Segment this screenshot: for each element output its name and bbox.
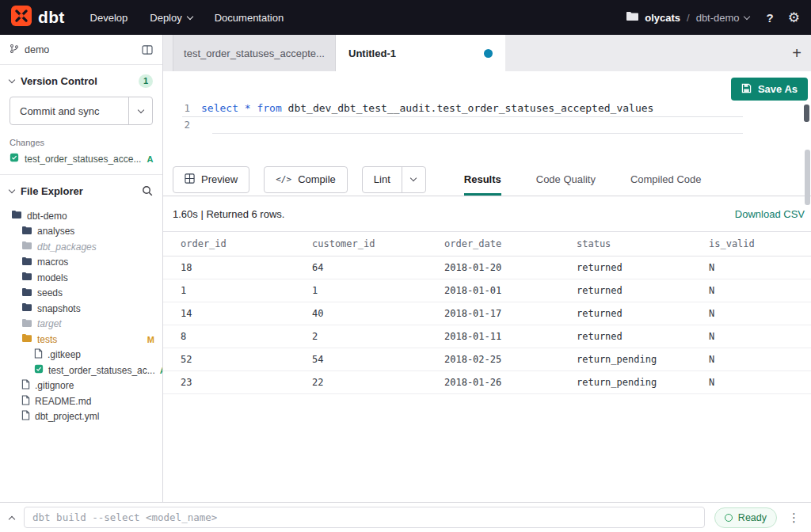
tree-item-dbt-project-yml[interactable]: dbt_project.yml (0, 409, 162, 425)
git-status-added: A (147, 154, 153, 164)
cell: N (691, 279, 811, 302)
nav-deploy[interactable]: Deploy (150, 12, 192, 24)
tree-item-gitkeep[interactable]: .gitkeep (0, 348, 162, 363)
commit-and-sync-label: Commit and sync (10, 97, 128, 124)
gear-icon[interactable]: ⚙ (788, 10, 800, 26)
tab-results[interactable]: Results (464, 163, 501, 196)
tree-item-dbt-demo[interactable]: dbt-demo (0, 208, 162, 224)
file-explorer-header[interactable]: File Explorer (0, 175, 162, 207)
cell: 52 (163, 348, 295, 371)
changed-file-item[interactable]: test_order_statuses_acce... A (0, 151, 162, 166)
cell: 2 (295, 325, 427, 348)
cell: 40 (295, 302, 427, 325)
column-header: order_id (163, 232, 295, 256)
account-name[interactable]: olycats (645, 12, 680, 24)
cell: 2018-01-20 (427, 256, 559, 279)
kebab-menu-icon[interactable]: ⋮ (786, 511, 801, 525)
tree-item-models[interactable]: models (0, 270, 162, 286)
nav-documentation[interactable]: Documentation (215, 12, 284, 24)
new-tab-button[interactable]: + (782, 44, 811, 63)
invocation-toolbar: Preview </> Compile Lint Results Code Qu… (163, 163, 811, 196)
column-header: is_valid (691, 232, 811, 256)
tab-untitled-1[interactable]: Untitled-1 (336, 35, 505, 71)
file-icon (34, 348, 43, 361)
tree-item-macros[interactable]: macros (0, 255, 162, 271)
lint-button[interactable]: Lint (363, 167, 402, 192)
cell: 1 (163, 279, 295, 302)
version-control-header[interactable]: Version Control 1 (0, 65, 162, 97)
preview-button[interactable]: Preview (173, 166, 249, 193)
code-editor[interactable]: Save As 1 select * from dbt_dev_dbt_test… (163, 71, 811, 163)
table-row: 8 2 2018-01-11 returned N (163, 325, 811, 348)
tab-code-quality[interactable]: Code Quality (536, 163, 596, 196)
chevron-down-icon (9, 76, 15, 82)
main-panel: test_order_statuses_accepte... Untitled-… (163, 35, 811, 502)
cell: returned (559, 279, 691, 302)
panel-scrollbar-thumb[interactable] (805, 150, 810, 205)
tree-item-readme[interactable]: README.md (0, 393, 162, 409)
cell: 22 (295, 371, 427, 394)
project-switcher[interactable]: dbt-demo (696, 12, 749, 24)
folder-icon (21, 287, 32, 299)
line-number: 2 (163, 116, 201, 133)
tree-item-seeds[interactable]: seeds (0, 286, 162, 302)
line-number: 1 (163, 100, 201, 116)
tree-item-test-order-statuses[interactable]: test_order_statuses_ac... A (0, 363, 162, 378)
search-icon[interactable] (142, 185, 153, 196)
tree-item-snapshots[interactable]: snapshots (0, 301, 162, 317)
path-separator: / (687, 12, 690, 24)
cell: 2018-01-17 (427, 302, 559, 325)
compile-button[interactable]: </> Compile (264, 166, 348, 193)
sql-statement: select * from dbt_dev_dbt_test__audit.te… (201, 100, 653, 116)
version-control-title: Version Control (21, 75, 97, 87)
chevron-down-icon (186, 13, 192, 19)
code-line-1: 1 select * from dbt_dev_dbt_test__audit.… (163, 100, 743, 116)
nav-develop[interactable]: Develop (90, 12, 128, 24)
file-explorer-title: File Explorer (21, 185, 83, 197)
tab-test-order-statuses[interactable]: test_order_statuses_accepte... (173, 35, 336, 71)
cell: N (691, 348, 811, 371)
folder-open-icon (11, 210, 22, 222)
command-bar: dbt build --select <model_name> Ready ⋮ (0, 502, 811, 532)
lint-split-button: Lint (362, 166, 426, 193)
folder-icon (21, 333, 32, 345)
table-row: 1 1 2018-01-01 returned N (163, 279, 811, 302)
download-csv-link[interactable]: Download CSV (735, 208, 806, 220)
cell: return_pending (559, 371, 691, 394)
tree-item-analyses[interactable]: analyses (0, 224, 162, 240)
collapse-panel-icon[interactable] (10, 514, 14, 522)
table-row: 18 64 2018-01-20 returned N (163, 256, 811, 279)
query-summary: 1.60s | Returned 6 rows. (173, 208, 284, 220)
cell: N (691, 371, 811, 394)
file-icon (21, 395, 30, 408)
workspace-body: demo Version Control 1 Commit and sync C… (0, 35, 811, 502)
commit-and-sync-button[interactable]: Commit and sync (10, 97, 153, 125)
tab-compiled-code[interactable]: Compiled Code (630, 163, 702, 196)
dbt-cloud-ide: dbt Develop Deploy Documentation olycats… (0, 0, 811, 532)
tree-item-target[interactable]: target (0, 317, 162, 332)
table-grid-icon (185, 173, 195, 186)
cell: 2018-01-01 (427, 279, 559, 302)
file-icon (21, 410, 30, 423)
table-row: 14 40 2018-01-17 returned N (163, 302, 811, 325)
folder-icon (21, 302, 32, 314)
folder-icon (21, 318, 32, 330)
editor-scrollbar-thumb[interactable] (804, 104, 809, 122)
help-icon[interactable]: ? (767, 11, 774, 25)
branch-selector[interactable]: demo (0, 35, 162, 65)
chevron-down-icon (137, 106, 143, 112)
command-input[interactable]: dbt build --select <model_name> (24, 507, 705, 528)
cell: 2018-01-26 (427, 371, 559, 394)
cell: 2018-01-11 (427, 325, 559, 348)
commit-options-dropdown[interactable] (128, 97, 152, 124)
split-panes-icon[interactable] (142, 45, 153, 55)
lint-options-dropdown[interactable] (402, 167, 425, 192)
cell: 64 (295, 256, 427, 279)
action-buttons: Preview </> Compile Lint (173, 163, 426, 196)
tree-item-tests[interactable]: tests M (0, 332, 162, 348)
save-as-button[interactable]: Save As (731, 78, 808, 101)
tree-item-gitignore[interactable]: .gitignore (0, 378, 162, 394)
dbt-logo[interactable]: dbt (11, 6, 65, 29)
table-row: 52 54 2018-02-25 return_pending N (163, 348, 811, 371)
tree-item-dbt-packages[interactable]: dbt_packages (0, 239, 162, 255)
